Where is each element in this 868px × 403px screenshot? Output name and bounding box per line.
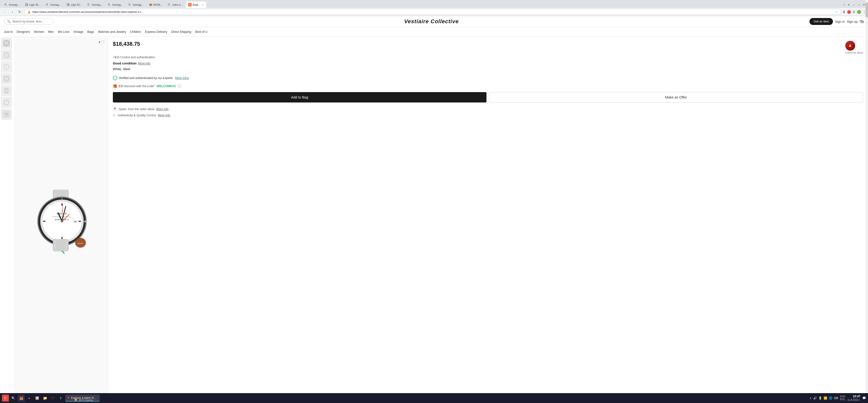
tab-favicon-1: G <box>4 3 8 6</box>
add-to-bag-button[interactable]: Add to Bag <box>113 92 487 102</box>
tab-close-10[interactable]: × <box>202 3 204 6</box>
svg-rect-39 <box>43 221 45 222</box>
taskbar-app-2[interactable]: ● <box>26 395 33 402</box>
nav-we-love[interactable]: We Love <box>58 29 69 35</box>
volume-icon[interactable]: 🔊 <box>813 396 817 400</box>
forward-button[interactable]: › <box>9 9 15 15</box>
shipping-more-link[interactable]: More info <box>156 107 168 111</box>
download-icon[interactable]: ⬇ <box>843 10 845 14</box>
tab-favicon-5: G <box>87 3 91 6</box>
tab-2[interactable]: ⚽ Lige 42... <box>23 1 43 8</box>
sign-in-button[interactable]: Sign in <box>835 20 845 24</box>
auth-fee-text: +$15 Control and authentication <box>113 56 863 59</box>
taskbar-system-icons: ∧ 🔊 🔋 📶 🌐 ⌨ <box>809 396 838 400</box>
tab-search-button[interactable]: ▾ <box>847 3 850 7</box>
thumb-6[interactable] <box>1 97 12 108</box>
gift-icon: 🎁 <box>113 84 117 88</box>
sign-up-button[interactable]: Sign up <box>847 20 858 24</box>
sell-button[interactable]: Sell an item <box>809 18 833 25</box>
nav-men[interactable]: Men <box>48 29 54 35</box>
main-image-area: 4 ♡ 0 5 10 <box>14 37 108 402</box>
minimize-button[interactable]: — <box>851 3 856 7</box>
taskbar-app-3[interactable]: 🪟 <box>34 395 40 402</box>
svg-text:24: 24 <box>74 220 76 223</box>
tab-3[interactable]: G homag... <box>43 1 63 8</box>
taskbar-app-1[interactable]: 🦊 <box>18 395 25 402</box>
nav-women[interactable]: Women <box>34 29 44 35</box>
nav-bags[interactable]: Bags <box>87 29 94 35</box>
tab-6[interactable]: G homag... <box>105 1 125 8</box>
tab-8[interactable]: 📦 NH34... <box>147 1 165 8</box>
thumbnail-strip: ⌚ <box>0 37 14 402</box>
thumb-3[interactable] <box>1 61 12 72</box>
heart-icon[interactable]: ♡ <box>101 40 105 44</box>
bookmark-icon[interactable]: ☆ <box>835 10 838 13</box>
wishlist-count[interactable]: 4 ♡ <box>98 40 105 44</box>
scrollbar[interactable] <box>866 37 868 402</box>
thumb-5[interactable] <box>1 85 12 96</box>
product-panel: $18,438.75 A Listed by alicia +$15 Contr… <box>108 37 868 402</box>
address-bar[interactable]: 🔒 https://www.vestiairecollective.com/me… <box>24 9 841 15</box>
taskbar-app-5[interactable]: 🛡 <box>50 395 56 402</box>
tab-4[interactable]: ⚽ Lige 42... <box>64 1 85 8</box>
seller-avatar[interactable]: A <box>845 41 855 51</box>
extension-icon-1[interactable]: 🔴 <box>847 10 851 14</box>
taskbar-search-button[interactable]: 🔍 <box>10 395 17 402</box>
navigation-bar: ‹ › ↻ 🔒 https://www.vestiairecollective.… <box>0 8 868 16</box>
nav-children[interactable]: Children <box>130 29 141 35</box>
tab-7[interactable]: G homag... <box>126 1 146 8</box>
thumb-7[interactable]: ✉ <box>1 109 12 120</box>
location-icon: 📍 <box>113 107 117 111</box>
thumb-4[interactable] <box>1 73 12 84</box>
taskbar-app-4[interactable]: 📁 <box>41 395 49 402</box>
battery-icon[interactable]: 🔋 <box>818 396 822 400</box>
svg-rect-52 <box>84 220 87 222</box>
reload-button[interactable]: ↻ <box>17 9 23 15</box>
condition-more-info[interactable]: More info <box>138 62 150 65</box>
site-logo[interactable]: Vestiaire Collective <box>56 18 807 25</box>
extension-icon-2[interactable]: ⬇ <box>852 10 856 14</box>
tab-label-8: NH34... <box>153 3 162 6</box>
keyboard-icon[interactable]: ⌨ <box>834 396 838 400</box>
nav-watches[interactable]: Watches and Jewelry <box>98 29 126 35</box>
make-offer-button[interactable]: Make an Offer <box>489 92 863 102</box>
maximize-button[interactable]: □ <box>857 3 861 7</box>
new-tab-button[interactable]: + <box>843 3 846 7</box>
cart-icon[interactable]: 🛍 <box>860 19 864 24</box>
taskbar-start-button[interactable]: С <box>2 395 9 402</box>
tab-favicon-2: ⚽ <box>25 3 28 6</box>
nav-designers[interactable]: Designers <box>17 29 30 35</box>
taskbar-app-6[interactable]: ⬇ <box>57 395 64 402</box>
taskbar-lang: ENGINTL <box>840 395 845 401</box>
svg-text:⌚: ⌚ <box>5 42 8 45</box>
thumb-1[interactable]: ⌚ <box>1 38 12 49</box>
site-header: 🔍 Search by brand, item... Vestiaire Col… <box>0 16 868 27</box>
tab-10[interactable]: ✈ Expl... × <box>186 1 206 8</box>
discount-info-icon[interactable]: i <box>178 85 181 88</box>
nav-express[interactable]: Express Delivery <box>145 29 167 35</box>
nav-direct[interactable]: Direct Shipping <box>171 29 191 35</box>
condition-row: Good condition More info <box>113 61 863 65</box>
wifi-icon[interactable]: 📶 <box>824 396 827 400</box>
tab-1[interactable]: G homag... <box>2 1 22 8</box>
back-button[interactable]: ‹ <box>2 9 8 15</box>
website: 🔍 Search by brand, item... Vestiaire Col… <box>0 16 868 402</box>
condition-label: Good condition <box>113 61 136 65</box>
authenticity-more-link[interactable]: More info <box>158 114 170 117</box>
thumb-2[interactable] <box>1 50 12 61</box>
network-icon[interactable]: 🌐 <box>829 396 832 400</box>
extension-icon-3[interactable]: 🟢 <box>857 10 861 14</box>
chevron-icon[interactable]: ∧ <box>809 396 812 400</box>
verified-more-infos[interactable]: More infos <box>175 76 189 80</box>
svg-rect-54 <box>54 240 68 251</box>
taskbar: С 🔍 🦊 ● 🪟 📁 🛡 ⬇ ✈ Explorer ii watch Rol.… <box>0 393 868 402</box>
notification-icon[interactable]: 💬 <box>862 396 866 400</box>
tab-9[interactable]: G rolex e... <box>165 1 185 8</box>
tab-5[interactable]: G homag... <box>85 1 105 8</box>
taskbar-clock[interactable]: 10:47 11.8.2023 г. <box>847 395 860 402</box>
taskbar-browser-icon: ✈ <box>67 396 70 400</box>
nav-vintage[interactable]: Vintage <box>73 29 83 35</box>
search-bar[interactable]: 🔍 Search by brand, item... <box>4 18 53 25</box>
nav-best-of[interactable]: Best of U <box>195 29 208 35</box>
nav-just-in[interactable]: Just In <box>4 29 12 35</box>
